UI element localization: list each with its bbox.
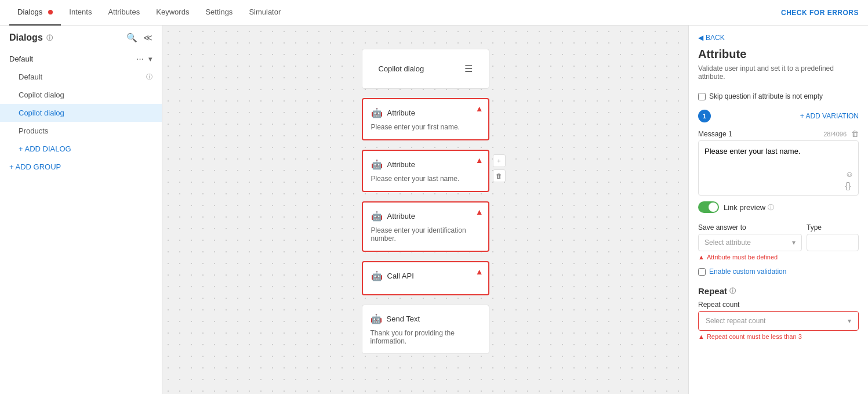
card-send-text-title: Send Text — [387, 315, 420, 323]
card-call-api-wrapper: ▲ 🤖 Call API — [362, 261, 489, 295]
group-expand-icon[interactable]: ▾ — [148, 55, 152, 63]
repeat-error: ▲ Repeat count must be less than 3 — [698, 331, 859, 340]
tab-keywords[interactable]: Keywords — [148, 0, 197, 26]
repeat-count-dropdown[interactable]: Select repeat count ▾ — [698, 311, 859, 331]
select-attribute-placeholder: Select attribute — [704, 238, 751, 247]
back-button[interactable]: ◀ BACK — [689, 26, 868, 45]
tab-settings[interactable]: Settings — [197, 0, 241, 26]
message-label-text: Message 1 — [698, 130, 732, 138]
card-attribute-1-header: 🤖 Attribute — [371, 107, 480, 118]
add-group-button[interactable]: + ADD GROUP — [0, 158, 162, 176]
group-more-icon[interactable]: ⋯ — [136, 55, 144, 63]
right-panel: ◀ BACK Attribute Validate user input and… — [688, 26, 868, 394]
link-preview-label-text: Link preview — [724, 203, 765, 212]
variable-icon[interactable]: {} — [845, 181, 854, 190]
card-error-badge-3: ▲ — [475, 207, 484, 216]
panel-subtitle: Validate user input and set it to a pred… — [689, 63, 868, 88]
variation-number[interactable]: 1 — [698, 110, 711, 122]
card-attribute-1-title: Attribute — [387, 109, 415, 117]
tab-settings-label: Settings — [205, 8, 233, 16]
message-textarea[interactable] — [699, 141, 858, 193]
custom-validation-label-text: Enable custom validation — [709, 268, 786, 276]
emoji-icon[interactable]: ☺ — [845, 169, 854, 179]
toggle-thumb — [709, 203, 718, 212]
sidebar-item-default[interactable]: Default ⓘ — [0, 68, 162, 86]
card-copilot-dialog[interactable]: Copilot dialog ☰ — [362, 49, 489, 89]
card-attribute-2-wrapper: ▲ 🤖 Attribute Please enter your last nam… — [362, 150, 489, 192]
repeat-title-text: Repeat — [698, 286, 727, 296]
custom-validation-checkbox[interactable] — [698, 268, 706, 276]
card-attribute-3-wrapper: ▲ 🤖 Attribute Please enter your identifi… — [362, 201, 489, 252]
copilot-card-icon: ☰ — [464, 63, 473, 74]
search-icon[interactable]: 🔍 — [126, 32, 137, 43]
card-add-action[interactable]: + — [493, 154, 506, 167]
tab-intents[interactable]: Intents — [61, 0, 100, 26]
save-answer-section: Save answer to Select attribute ▾ ▲ Attr… — [689, 219, 868, 263]
select-attribute-chevron-icon: ▾ — [792, 238, 796, 247]
card-attribute-2-body: Please enter your last name. — [371, 175, 480, 183]
variation-row: 1 + ADD VARIATION — [689, 105, 868, 127]
sidebar-item-products[interactable]: Products — [0, 122, 162, 140]
card-call-api[interactable]: ▲ 🤖 Call API — [362, 261, 489, 295]
card-attribute-3[interactable]: ▲ 🤖 Attribute Please enter your identifi… — [362, 201, 489, 252]
attribute-error: ▲ Attribute must be defined — [698, 251, 802, 261]
char-count: 28/4096 — [823, 131, 847, 138]
tab-intents-label: Intents — [69, 8, 92, 16]
canvas: Copilot dialog ☰ ▲ 🤖 Attribute Please en… — [162, 26, 688, 394]
skip-question-section: Skip question if attribute is not empty — [689, 88, 868, 105]
card-send-text[interactable]: 🤖 Send Text Thank you for providing the … — [362, 305, 489, 354]
card-send-text-wrapper: 🤖 Send Text Thank you for providing the … — [362, 305, 489, 354]
card-call-api-header: 🤖 Call API — [371, 270, 480, 281]
skip-question-checkbox[interactable] — [698, 93, 706, 100]
back-label: BACK — [706, 34, 725, 42]
call-api-icon: 🤖 — [371, 270, 383, 281]
main-layout: Dialogs ⓘ 🔍 ≪ Default ⋯ ▾ Default ⓘ Copi… — [0, 26, 868, 394]
message-textarea-wrap: ☺ {} — [698, 140, 859, 196]
skip-question-label[interactable]: Skip question if attribute is not empty — [698, 92, 859, 100]
link-preview-toggle[interactable] — [698, 201, 719, 213]
canvas-inner: Copilot dialog ☰ ▲ 🤖 Attribute Please en… — [162, 26, 688, 394]
message-label-row: Message 1 28/4096 🗑 — [689, 127, 868, 140]
skip-question-text: Skip question if attribute is not empty — [709, 92, 823, 100]
tab-attributes[interactable]: Attributes — [100, 0, 148, 26]
attribute-error-triangle: ▲ — [698, 254, 704, 261]
repeat-count-placeholder: Select repeat count — [706, 317, 765, 325]
link-preview-label: Link preview ⓘ — [724, 203, 774, 212]
card-error-badge-1: ▲ — [475, 104, 484, 113]
card-send-text-body: Thank you for providing the information. — [371, 329, 481, 345]
group-default-header: Default ⋯ ▾ — [0, 50, 162, 68]
back-chevron-icon: ◀ — [698, 34, 703, 42]
card-attribute-2[interactable]: ▲ 🤖 Attribute Please enter your last nam… — [362, 150, 489, 192]
top-nav: Dialogs Intents Attributes Keywords Sett… — [0, 0, 868, 26]
select-attribute-dropdown[interactable]: Select attribute ▾ — [698, 234, 802, 251]
type-label: Type — [807, 223, 859, 232]
card-delete-action[interactable]: 🗑 — [493, 169, 506, 182]
card-call-api-title: Call API — [387, 272, 414, 280]
card-send-text-header: 🤖 Send Text — [371, 313, 481, 324]
card-error-badge-2: ▲ — [475, 156, 484, 165]
delete-message-icon[interactable]: 🗑 — [851, 129, 859, 138]
tab-dialogs[interactable]: Dialogs — [9, 0, 61, 26]
sidebar-title-text: Dialogs — [9, 32, 43, 43]
tab-simulator-label: Simulator — [249, 8, 281, 16]
type-input[interactable] — [807, 234, 859, 251]
tab-attributes-label: Attributes — [108, 8, 140, 16]
send-text-icon: 🤖 — [371, 313, 382, 324]
collapse-icon[interactable]: ≪ — [143, 32, 152, 43]
sidebar-item-default-label: Default — [19, 73, 42, 81]
sidebar-item-copilot1[interactable]: Copilot dialog — [0, 86, 162, 104]
link-preview-info-icon: ⓘ — [768, 203, 774, 212]
card-attribute-2-header: 🤖 Attribute — [371, 159, 480, 170]
attribute-error-text: Attribute must be defined — [707, 254, 778, 261]
add-variation-button[interactable]: + ADD VARIATION — [800, 112, 859, 120]
sidebar-item-copilot2[interactable]: Copilot dialog — [0, 104, 162, 122]
sidebar-icon-group: 🔍 ≪ — [126, 32, 152, 43]
custom-validation-label[interactable]: Enable custom validation — [698, 268, 859, 276]
add-dialog-button[interactable]: + ADD DIALOG — [0, 140, 162, 158]
sidebar-title: Dialogs ⓘ — [9, 32, 53, 43]
card-call-api-error-badge: ▲ — [475, 267, 484, 276]
tab-simulator[interactable]: Simulator — [241, 0, 289, 26]
check-errors-button[interactable]: CHECK FOR ERRORS — [781, 9, 859, 17]
card-attribute-1[interactable]: ▲ 🤖 Attribute Please enter your first na… — [362, 98, 489, 140]
dialogs-error-dot — [48, 10, 53, 15]
